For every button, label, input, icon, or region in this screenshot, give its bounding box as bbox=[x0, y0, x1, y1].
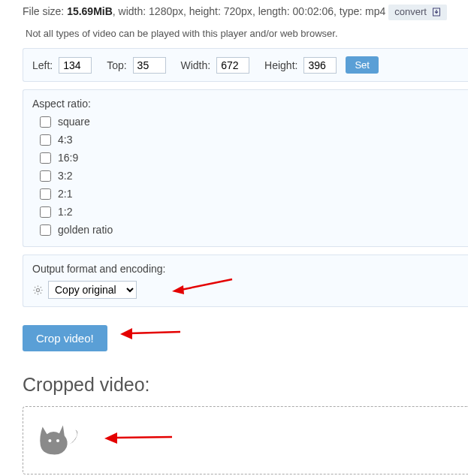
cat-placeholder-icon bbox=[35, 448, 82, 460]
svg-point-1 bbox=[36, 288, 39, 291]
aspect-label: 4:3 bbox=[58, 131, 72, 149]
aspect-option: 16:9 bbox=[37, 149, 459, 167]
aspect-label: golden ratio bbox=[58, 221, 113, 239]
left-input[interactable] bbox=[59, 57, 92, 74]
gear-icon bbox=[32, 285, 44, 296]
aspect-checkbox-square[interactable] bbox=[40, 116, 51, 128]
aspect-checkbox-2-1[interactable] bbox=[40, 188, 51, 200]
cropped-video-dropzone[interactable] bbox=[23, 406, 468, 474]
convert-button-label: convert bbox=[394, 6, 427, 17]
aspect-checkbox-golden[interactable] bbox=[40, 224, 51, 236]
svg-line-12 bbox=[129, 332, 180, 333]
height-label: Height: bbox=[264, 59, 297, 71]
aspect-label: 1:2 bbox=[58, 203, 72, 221]
file-size-label: File size: bbox=[23, 5, 67, 17]
aspect-label: square bbox=[58, 113, 90, 131]
output-format-title: Output format and encoding: bbox=[32, 263, 459, 275]
svg-marker-17 bbox=[104, 432, 117, 444]
aspect-checkbox-1-2[interactable] bbox=[40, 206, 51, 218]
output-format-select[interactable]: Copy original bbox=[48, 281, 137, 299]
svg-line-7 bbox=[41, 292, 41, 293]
aspect-option: golden ratio bbox=[37, 221, 459, 239]
width-label: Width: bbox=[181, 59, 211, 71]
file-size-value: 15.69MiB bbox=[67, 5, 113, 17]
aspect-label: 2:1 bbox=[58, 185, 72, 203]
aspect-label: 3:2 bbox=[58, 167, 72, 185]
aspect-label: 16:9 bbox=[58, 149, 78, 167]
top-label: Top: bbox=[107, 59, 126, 71]
set-button[interactable]: Set bbox=[346, 56, 379, 74]
aspect-option: square bbox=[37, 113, 459, 131]
svg-line-8 bbox=[41, 287, 41, 288]
crop-video-button[interactable]: Crop video! bbox=[23, 325, 107, 351]
annotation-arrow-icon bbox=[120, 325, 182, 342]
aspect-option: 1:2 bbox=[37, 203, 459, 221]
width-input[interactable] bbox=[216, 57, 249, 74]
aspect-option: 3:2 bbox=[37, 167, 459, 185]
svg-line-6 bbox=[35, 287, 35, 288]
svg-point-15 bbox=[56, 439, 59, 442]
file-width-value: 1280px bbox=[149, 5, 183, 17]
left-label: Left: bbox=[32, 59, 53, 71]
file-type-value: mp4 bbox=[365, 5, 385, 17]
height-input[interactable] bbox=[303, 57, 337, 74]
aspect-checkbox-16-9[interactable] bbox=[40, 152, 51, 164]
aspect-option: 2:1 bbox=[37, 185, 459, 203]
player-notice: Not all types of video can be played wit… bbox=[26, 28, 468, 39]
crop-coords-panel: Left: Top: Width: Height: Set bbox=[23, 48, 468, 82]
aspect-title: Aspect ratio: bbox=[32, 98, 459, 110]
file-info: File size: 15.69MiB, width: 1280px, heig… bbox=[23, 5, 468, 20]
svg-line-16 bbox=[115, 437, 172, 438]
svg-marker-13 bbox=[120, 328, 132, 339]
aspect-option: 4:3 bbox=[37, 131, 459, 149]
aspect-checkbox-3-2[interactable] bbox=[40, 170, 51, 182]
file-length-value: 00:02:06 bbox=[293, 5, 334, 17]
svg-point-14 bbox=[48, 439, 51, 442]
aspect-panel: Aspect ratio: square 4:3 16:9 3:2 2:1 1:… bbox=[23, 89, 468, 247]
cropped-video-heading: Cropped video: bbox=[23, 374, 468, 396]
top-input[interactable] bbox=[133, 57, 166, 74]
aspect-checkbox-4-3[interactable] bbox=[40, 134, 51, 146]
file-height-value: 720px bbox=[224, 5, 252, 17]
download-icon bbox=[432, 8, 441, 19]
convert-button[interactable]: convert bbox=[388, 5, 446, 20]
annotation-arrow-icon bbox=[104, 429, 174, 446]
output-format-panel: Output format and encoding: Copy origina… bbox=[23, 255, 468, 307]
svg-line-9 bbox=[35, 292, 35, 293]
